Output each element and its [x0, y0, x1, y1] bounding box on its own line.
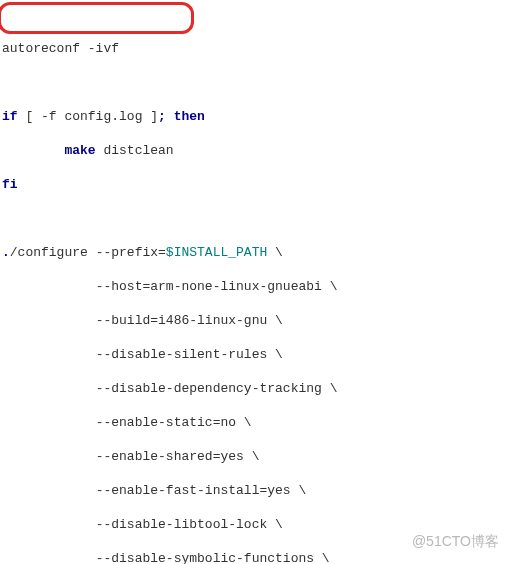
- code-line: autoreconf -ivf: [2, 40, 509, 57]
- code-line: --disable-silent-rules \: [2, 346, 509, 363]
- code-block: autoreconf -ivf if [ -f config.log ]; th…: [0, 0, 509, 564]
- code-line: if [ -f config.log ]; then: [2, 108, 509, 125]
- code-line: [2, 74, 509, 91]
- code-line: --disable-symbolic-functions \: [2, 550, 509, 564]
- code-line: [2, 210, 509, 227]
- code-line: --disable-libtool-lock \: [2, 516, 509, 533]
- code-line: --enable-fast-install=yes \: [2, 482, 509, 499]
- code-line: make distclean: [2, 142, 509, 159]
- code-line: --enable-shared=yes \: [2, 448, 509, 465]
- code-line: --build=i486-linux-gnu \: [2, 312, 509, 329]
- highlight-annotation: [0, 2, 194, 34]
- code-line: --enable-static=no \: [2, 414, 509, 431]
- code-line: ./configure --prefix=$INSTALL_PATH \: [2, 244, 509, 261]
- code-line: --disable-dependency-tracking \: [2, 380, 509, 397]
- code-line: fi: [2, 176, 509, 193]
- code-line: --host=arm-none-linux-gnueabi \: [2, 278, 509, 295]
